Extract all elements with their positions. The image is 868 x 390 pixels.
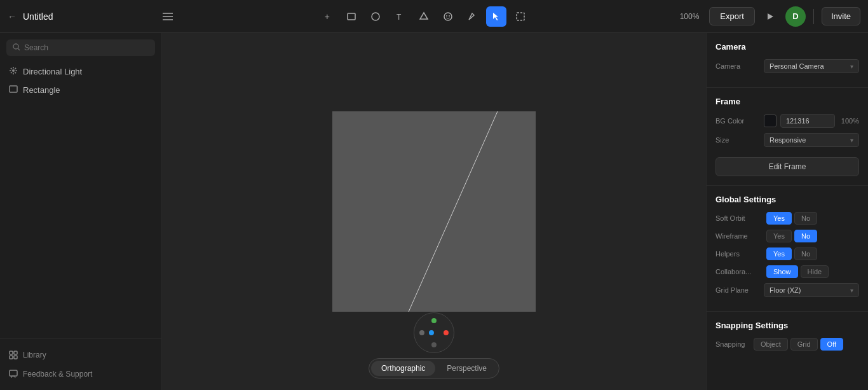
layer-rectangle[interactable]: Rectangle [0,81,161,99]
svg-rect-22 [14,351,17,354]
svg-rect-0 [348,13,355,20]
svg-marker-8 [768,13,773,20]
gizmo-dot-right [444,330,449,335]
topbar-left: ← Untitled [8,11,173,22]
gizmo-dot-left [419,330,424,335]
ellipse-tool[interactable] [365,6,386,27]
wireframe-yes[interactable]: Yes [766,230,792,242]
pen-tool[interactable] [462,6,482,27]
navigation-gizmo[interactable] [414,312,454,353]
snapping-title: Snapping Settings [715,321,859,330]
play-button[interactable] [760,6,780,27]
wireframe-no[interactable]: No [794,230,817,242]
svg-rect-7 [517,13,524,20]
zoom-level[interactable]: 100% [675,12,705,21]
global-settings-title: Global Settings [715,195,859,204]
back-button[interactable]: ← [8,11,17,22]
snapping-grid[interactable]: Grid [790,338,818,351]
view-controls: Orthographic Perspective [369,312,499,379]
camera-section: Camera Camera Personal Camera ▾ [707,42,868,88]
bg-color-label: BG Color [715,117,760,125]
bg-color-swatch[interactable] [764,115,776,127]
polygon-tool[interactable] [414,6,434,27]
edit-frame-button[interactable]: Edit Frame [715,157,859,176]
frame-section: Frame BG Color 121316 100% Size Responsi… [707,97,868,186]
emoji-tool[interactable] [438,6,458,27]
avatar: D [785,6,806,27]
snapping-options: Object Grid Off [754,338,843,351]
helpers-row: Helpers Yes No [715,247,859,260]
svg-point-5 [446,15,447,17]
export-button[interactable]: Export [709,7,755,25]
library-button[interactable]: Library [0,345,161,365]
topbar-right: D Invite [785,6,860,27]
frame-tool[interactable] [510,6,531,27]
size-row: Size Responsive ▾ [715,133,859,147]
svg-point-9 [13,44,18,49]
gizmo-dot-top [431,318,437,323]
snapping-object[interactable]: Object [754,338,788,351]
main-area: Directional Light Rectangle Library Feed… [0,33,868,390]
helpers-yes[interactable]: Yes [766,247,792,260]
add-tool[interactable]: + [317,6,337,27]
grid-plane-label: Grid Plane [715,286,760,294]
soft-orbit-toggle: Yes No [766,212,817,225]
chevron-down-icon: ▾ [850,63,853,70]
soft-orbit-yes[interactable]: Yes [766,212,792,225]
feedback-button[interactable]: Feedback & Support [0,365,161,384]
camera-select[interactable]: Personal Camera ▾ [764,59,859,73]
helpers-toggle: Yes No [766,247,817,260]
helpers-no[interactable]: No [794,247,817,260]
size-select[interactable]: Responsive ▾ [764,133,859,147]
svg-line-18 [15,68,16,69]
global-settings-section: Global Settings Soft Orbit Yes No Wirefr… [707,195,868,312]
snapping-label: Snapping [715,340,754,348]
svg-text:T: T [397,13,402,22]
perspective-view-button[interactable]: Perspective [437,361,497,376]
snapping-off[interactable]: Off [820,338,843,351]
svg-rect-21 [10,351,13,354]
svg-point-4 [444,13,452,20]
text-tool[interactable]: T [390,6,410,27]
svg-line-17 [15,72,16,73]
camera-section-title: Camera [715,42,859,52]
collabora-show[interactable]: Show [766,265,798,278]
invite-button[interactable]: Invite [822,7,860,25]
gizmo-dot-bottom [431,342,437,347]
rectangle-tool[interactable] [341,6,362,27]
svg-rect-23 [10,356,13,359]
collabora-row: Collabora... Show Hide [715,265,859,278]
cursor-tool[interactable] [486,6,506,27]
svg-rect-25 [10,370,17,376]
search-box[interactable] [6,39,155,56]
canvas-decoration [332,111,536,312]
snapping-row: Snapping Object Grid Off [715,338,859,351]
svg-point-1 [372,13,379,20]
svg-rect-20 [10,86,17,92]
wireframe-label: Wireframe [715,232,766,240]
soft-orbit-no[interactable]: No [794,212,817,225]
wireframe-row: Wireframe Yes No [715,230,859,242]
bg-color-hex[interactable]: 121316 [780,114,835,128]
canvas-area[interactable]: Orthographic Perspective [162,33,706,390]
helpers-label: Helpers [715,250,766,258]
size-chevron-icon: ▾ [850,137,853,144]
svg-rect-24 [14,356,17,359]
grid-plane-chevron-icon: ▾ [850,287,853,294]
hamburger-menu[interactable] [163,13,173,20]
view-toggle-group: Orthographic Perspective [369,358,499,379]
frame-section-title: Frame [715,97,859,106]
topbar: ← Untitled + T 100% Expo [0,0,868,33]
svg-line-19 [11,72,12,73]
layer-directional-light[interactable]: Directional Light [0,62,161,81]
grid-plane-select[interactable]: Floor (XZ) ▾ [764,283,859,297]
canvas-frame[interactable] [332,111,536,312]
orthographic-view-button[interactable]: Orthographic [371,361,435,376]
svg-line-26 [409,111,498,312]
gizmo-dot-center [429,330,434,335]
svg-point-11 [12,69,15,72]
search-input[interactable] [24,43,149,52]
panel-right: Camera Camera Personal Camera ▾ Frame BG… [706,33,868,390]
toolbar: + T [178,6,670,27]
collabora-hide[interactable]: Hide [801,265,829,278]
